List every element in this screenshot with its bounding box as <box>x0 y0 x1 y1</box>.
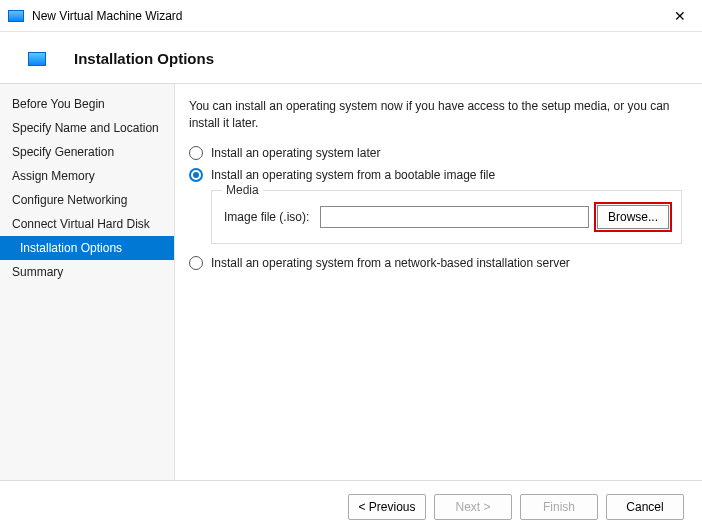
page-title: Installation Options <box>74 50 214 67</box>
app-icon <box>8 10 24 22</box>
step-assign-memory[interactable]: Assign Memory <box>0 164 174 188</box>
image-file-label: Image file (.iso): <box>224 210 312 224</box>
wizard-footer: < Previous Next > Finish Cancel <box>0 480 702 532</box>
radio-icon <box>189 256 203 270</box>
option-install-later-label: Install an operating system later <box>211 146 380 160</box>
description-text: You can install an operating system now … <box>189 98 682 132</box>
image-file-input[interactable] <box>320 206 589 228</box>
wizard-icon <box>28 52 46 66</box>
finish-button[interactable]: Finish <box>520 494 598 520</box>
step-specify-generation[interactable]: Specify Generation <box>0 140 174 164</box>
option-install-network-label: Install an operating system from a netwo… <box>211 256 570 270</box>
previous-button[interactable]: < Previous <box>348 494 426 520</box>
radio-icon <box>189 168 203 182</box>
option-install-image[interactable]: Install an operating system from a boota… <box>189 168 682 182</box>
radio-icon <box>189 146 203 160</box>
step-connect-vhd[interactable]: Connect Virtual Hard Disk <box>0 212 174 236</box>
content-pane: You can install an operating system now … <box>175 84 702 493</box>
browse-button[interactable]: Browse... <box>597 205 669 229</box>
next-button[interactable]: Next > <box>434 494 512 520</box>
option-install-later[interactable]: Install an operating system later <box>189 146 682 160</box>
cancel-button[interactable]: Cancel <box>606 494 684 520</box>
option-install-network[interactable]: Install an operating system from a netwo… <box>189 256 682 270</box>
step-summary[interactable]: Summary <box>0 260 174 284</box>
step-before-you-begin[interactable]: Before You Begin <box>0 92 174 116</box>
option-install-image-label: Install an operating system from a boota… <box>211 168 495 182</box>
window-title: New Virtual Machine Wizard <box>32 9 666 23</box>
titlebar: New Virtual Machine Wizard ✕ <box>0 0 702 32</box>
step-specify-name-location[interactable]: Specify Name and Location <box>0 116 174 140</box>
close-icon[interactable]: ✕ <box>666 4 694 28</box>
media-group: Media Image file (.iso): Browse... <box>211 190 682 244</box>
wizard-body: Before You Begin Specify Name and Locati… <box>0 83 702 493</box>
wizard-header: Installation Options <box>0 32 702 83</box>
step-installation-options[interactable]: Installation Options <box>0 236 174 260</box>
step-configure-networking[interactable]: Configure Networking <box>0 188 174 212</box>
media-legend: Media <box>222 183 263 197</box>
wizard-steps-sidebar: Before You Begin Specify Name and Locati… <box>0 84 175 493</box>
